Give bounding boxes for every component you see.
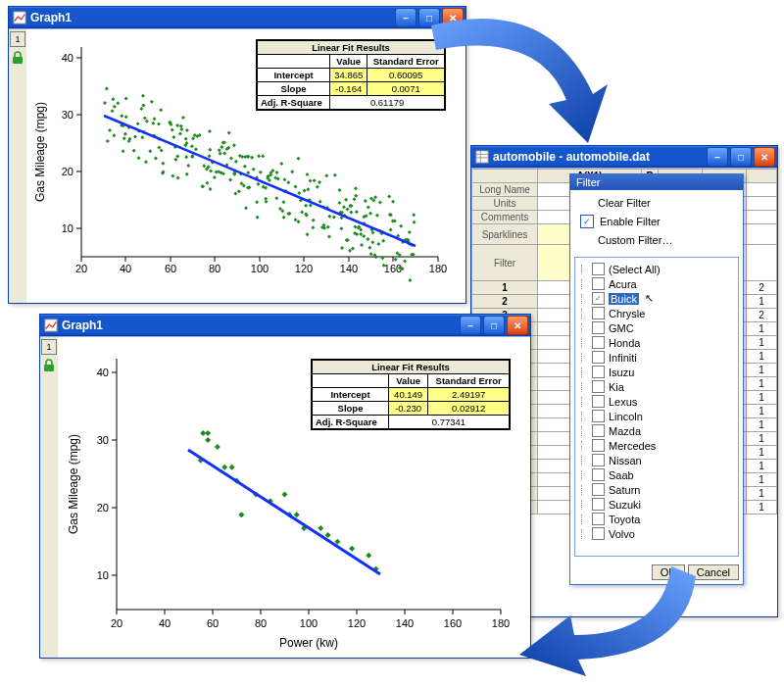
svg-text:40: 40 <box>159 617 171 629</box>
menu-clear-filter[interactable]: Clear Filter <box>576 194 737 212</box>
layer-tab-1[interactable]: 1 <box>41 339 57 355</box>
svg-text:30: 30 <box>97 434 109 446</box>
svg-text:80: 80 <box>255 617 267 629</box>
checkbox-icon[interactable] <box>592 307 605 319</box>
svg-text:60: 60 <box>207 617 219 629</box>
checkbox-icon[interactable] <box>592 439 605 452</box>
svg-text:20: 20 <box>111 617 122 629</box>
filter-item[interactable]: Mazda <box>579 423 734 438</box>
filter-item[interactable]: Suzuki <box>579 497 734 512</box>
checkbox-icon[interactable] <box>592 424 605 437</box>
checkbox-icon[interactable] <box>592 263 605 275</box>
filter-item[interactable]: Lexus <box>579 394 734 409</box>
svg-text:80: 80 <box>209 263 220 274</box>
x-axis-label: Power (kw) <box>279 636 338 650</box>
svg-text:160: 160 <box>444 617 462 629</box>
graph-window-1[interactable]: Graph1 – □ ✕ 1 20 40 60 <box>8 6 466 304</box>
y-axis-label: Gas Mileage (mpg) <box>33 102 47 202</box>
close-button[interactable]: ✕ <box>442 8 464 27</box>
checkbox-icon[interactable] <box>592 351 605 364</box>
filter-item[interactable]: GMC <box>579 320 734 335</box>
filter-cancel-button[interactable]: Cancel <box>688 564 739 580</box>
checkbox-icon[interactable] <box>592 336 605 349</box>
svg-text:40: 40 <box>120 263 131 274</box>
close-button[interactable]: ✕ <box>507 316 528 335</box>
layer-strip: 1 <box>40 337 59 658</box>
maximize-button[interactable]: □ <box>730 147 752 167</box>
svg-text:30: 30 <box>62 109 74 121</box>
svg-rect-30 <box>476 151 488 163</box>
checkbox-icon[interactable] <box>592 366 605 378</box>
filter-item[interactable]: Honda <box>579 335 734 350</box>
fit-line-2 <box>188 450 380 574</box>
filter-item[interactable]: Mercedes <box>579 438 734 453</box>
filter-item[interactable]: Saturn <box>579 482 734 497</box>
checkbox-icon[interactable] <box>592 277 605 290</box>
checkbox-icon[interactable] <box>592 410 605 422</box>
checkbox-icon[interactable] <box>592 483 605 496</box>
svg-text:180: 180 <box>429 263 447 274</box>
filter-item[interactable]: Toyota <box>579 512 734 526</box>
close-button[interactable]: ✕ <box>754 147 775 167</box>
layer-tab-1[interactable]: 1 <box>10 31 25 47</box>
window-title: automobile - automobile.dat <box>493 150 707 164</box>
filter-ok-button[interactable]: OK <box>652 564 685 580</box>
svg-text:100: 100 <box>251 263 269 274</box>
filter-item[interactable]: Isuzu <box>579 365 734 379</box>
svg-text:40: 40 <box>62 52 74 64</box>
checkbox-icon[interactable] <box>592 527 605 540</box>
checkbox-icon[interactable] <box>592 454 605 466</box>
layer-strip: 1 <box>9 29 27 303</box>
filter-item[interactable]: Saab <box>579 467 734 482</box>
check-icon: ✓ <box>580 215 594 228</box>
svg-rect-35 <box>44 365 54 371</box>
filter-popup[interactable]: Filter Clear Filter ✓Enable Filter Custo… <box>569 173 744 585</box>
svg-text:10: 10 <box>62 222 74 234</box>
svg-text:180: 180 <box>492 617 510 629</box>
filter-item[interactable]: Chrysle <box>579 306 734 320</box>
filter-item[interactable]: ✓Buick↖ <box>579 291 734 306</box>
filter-item-select-all[interactable]: (Select All) <box>579 262 734 276</box>
svg-text:120: 120 <box>348 617 366 629</box>
graph-icon <box>13 11 26 24</box>
checkbox-icon[interactable] <box>592 513 605 525</box>
svg-text:40: 40 <box>97 367 109 378</box>
svg-text:20: 20 <box>97 502 109 514</box>
menu-custom-filter[interactable]: Custom Filter… <box>576 231 737 249</box>
fit-results-table-2: Linear Fit Results ValueStandard Error I… <box>311 359 511 430</box>
title-bar[interactable]: automobile - automobile.dat – □ ✕ <box>471 146 777 168</box>
maximize-button[interactable]: □ <box>418 8 440 27</box>
window-title: Graph1 <box>62 318 460 332</box>
checkbox-icon[interactable] <box>592 321 605 334</box>
checkbox-icon[interactable]: ✓ <box>592 292 605 305</box>
graph-icon <box>44 318 58 332</box>
filter-item[interactable]: Kia <box>579 379 734 394</box>
filter-value-list[interactable]: (Select All) Acura✓Buick↖ChrysleGMCHonda… <box>574 257 739 557</box>
checkbox-icon[interactable] <box>592 395 605 408</box>
filter-item[interactable]: Nissan <box>579 453 734 467</box>
minimize-button[interactable]: – <box>707 147 728 167</box>
filter-menu[interactable]: Clear Filter ✓Enable Filter Custom Filte… <box>570 190 743 253</box>
checkbox-icon[interactable] <box>592 380 605 393</box>
menu-enable-filter[interactable]: ✓Enable Filter <box>576 212 737 231</box>
maximize-button[interactable]: □ <box>483 316 505 335</box>
worksheet-icon <box>475 150 489 164</box>
title-bar[interactable]: Graph1 – □ ✕ <box>9 7 466 28</box>
minimize-button[interactable]: – <box>395 8 416 27</box>
filter-item[interactable]: Lincoln <box>579 409 734 423</box>
filter-item[interactable]: Acura <box>579 276 734 291</box>
lock-icon <box>11 51 24 65</box>
filter-item[interactable]: Volvo <box>579 526 734 541</box>
filter-item[interactable]: Infiniti <box>579 350 734 365</box>
fit-line-1 <box>104 116 416 246</box>
cursor-icon: ↖ <box>645 292 654 305</box>
minimize-button[interactable]: – <box>460 316 481 335</box>
title-bar[interactable]: Graph1 – □ ✕ <box>40 315 530 336</box>
svg-text:100: 100 <box>300 617 318 629</box>
svg-text:140: 140 <box>340 263 358 274</box>
checkbox-icon[interactable] <box>592 498 605 511</box>
graph-window-2[interactable]: Graph1 – □ ✕ 1 20 40 60 80 10 <box>39 314 531 659</box>
plot-area-2: 20 40 60 80 100 120 140 160 180 10 20 30… <box>58 337 530 658</box>
svg-text:10: 10 <box>97 569 109 581</box>
checkbox-icon[interactable] <box>592 468 605 481</box>
